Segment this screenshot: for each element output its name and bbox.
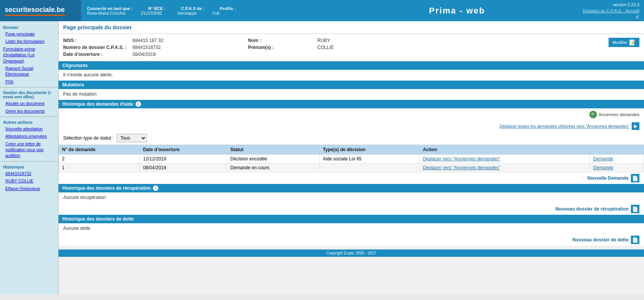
row2-type-decision [320, 163, 420, 172]
profil-value: Full [212, 11, 219, 15]
statut-row: Sélection type de statut : Tous En cours… [59, 131, 644, 145]
sidebar-item-page-principale[interactable]: Page principale [0, 30, 58, 38]
sidebar-item-name[interactable]: RUBY COLLIE [0, 177, 58, 185]
sidebar-item-formulaire-prime[interactable]: Formulaire prime d'installation (Loi Org… [0, 46, 58, 65]
version-text: version 5.22.3 [613, 2, 639, 7]
sidebar-item-creer-lettre[interactable]: Créer une lettre de notification pour un… [0, 140, 58, 160]
mutations-header: Mutations [59, 81, 644, 89]
page-title-bar: Page principale du dossier [59, 21, 644, 34]
recuperation-body: Aucune récupération [59, 192, 644, 203]
row1-date: 12/12/2019 [140, 155, 227, 163]
edit-icon: 📝 [629, 39, 636, 46]
clignotants-body: Il n'existe aucune alerte. [59, 70, 644, 81]
header-right: version 5.22.3 Dossiers du C.P.A.S. - Ac… [578, 0, 644, 21]
date-value: 08/04/2019 [132, 52, 248, 57]
demandes-table: N° de demande Date d'ouverture Statut Ty… [59, 145, 644, 172]
recuperation-note-icon: 📄 [632, 206, 638, 212]
row1-action-link[interactable]: Déplacer vers "Anciennes demandes" [423, 156, 500, 162]
prenom-label: Prénom(s) : [248, 45, 317, 50]
col-type-decision: Type(s) de décision [320, 145, 420, 155]
mutations-message: Pas de mutation [63, 91, 97, 97]
footer: Copyright Enatic 2005 - 2017 [59, 249, 644, 257]
row1-demande-link[interactable]: Demande [593, 156, 613, 162]
footer-text: Copyright Enatic 2005 - 2017 [326, 251, 376, 255]
clignotants-message: Il n'existe aucune alerte. [63, 72, 113, 78]
niss-value: 684415 187 32 [132, 38, 248, 43]
clignotants-title: Clignotants [62, 63, 88, 68]
row2-action-link[interactable]: Déplacer vers "Anciennes demandes" [423, 165, 500, 170]
sidebar-gestion-title: Gestion des documents (+ envoi vers eBox… [0, 89, 58, 100]
logo-text: securitesociale.be [5, 6, 65, 14]
mutations-title: Mutations [62, 82, 84, 88]
page-title: Page principale du dossier [63, 24, 639, 30]
nouvelle-demande-row: Nouvelle Demande 📄 [59, 172, 644, 184]
row2-num: 1 [59, 163, 140, 172]
clignotants-header: Clignotants [59, 61, 644, 70]
accueil-link[interactable]: Dossiers du C.P.A.S. - Accueil [583, 8, 639, 13]
sidebar-item-effacer[interactable]: Effacer l'historique [0, 185, 58, 192]
historique-demandes-title: Historique des demandes d'aide [62, 101, 133, 107]
deplacer-toutes-link[interactable]: Déplacer toutes les demandes clôturées v… [500, 124, 629, 128]
logo-area: securitesociale.be [0, 0, 81, 21]
recuperation-info-icon[interactable]: i [153, 185, 158, 191]
nouveau-recuperation-row: Nouveau dossier de récupération 📄 [59, 203, 644, 215]
sidebar: Dossier Page principale Lister les formu… [0, 21, 59, 294]
profils-label: Profils : [220, 6, 236, 11]
prenom-value: COLLIE [317, 45, 639, 50]
sidebar-dossier-title: Dossier [0, 24, 58, 30]
sidebar-autres-title: Autres actions [0, 118, 58, 125]
nouveau-recuperation-label: Nouveau dossier de récupération [555, 206, 629, 212]
anciennes-label: Anciennes demandes [599, 112, 639, 117]
historique-recuperation-title: Historique des dossiers de récupération [62, 185, 151, 191]
sidebar-item-nouvelle-attestation[interactable]: Nouvelle attestation [0, 125, 58, 133]
table-row: 2 12/12/2019 Décision encodée Aide socia… [59, 155, 644, 163]
modifier-button[interactable]: Modifier 📝 [609, 38, 639, 47]
col-demande [590, 145, 644, 155]
dossier-value: 68441518732 [132, 45, 248, 50]
historique-demandes-info-icon[interactable]: i [136, 101, 141, 107]
search-plus-icon[interactable]: 🔍 [589, 111, 597, 118]
app-title: Prima - web [429, 6, 485, 16]
sidebar-item-niss[interactable]: 68441518732 [0, 170, 58, 177]
main-content: Page principale du dossier NISS : 684415… [59, 21, 644, 294]
cpas-value: Herstappe [178, 11, 197, 15]
recuperation-message: Aucune récupération [63, 195, 106, 200]
note-icon: 📄 [632, 175, 638, 181]
deplacer-arrow-button[interactable]: ▶ [632, 122, 639, 130]
niss-label: NISS : [63, 38, 132, 43]
dette-message: Aucune dette [63, 226, 91, 231]
app-title-area: Prima - web [336, 0, 579, 21]
sidebar-item-lister-formulaires[interactable]: Lister les formulaires [0, 38, 58, 45]
statut-select[interactable]: Tous En cours Clôturé [117, 134, 147, 142]
nouveau-recuperation-button[interactable]: 📄 [631, 205, 639, 213]
historique-recuperation-header: Historique des dossiers de récupération … [59, 184, 644, 192]
sidebar-item-rapport-social[interactable]: Rapport Social Electronique [0, 65, 58, 78]
sidebar-item-piis[interactable]: PIIS [0, 78, 58, 86]
dette-body: Aucune dette [59, 223, 644, 234]
sidebar-item-gerer-documents[interactable]: Gérer les documents [0, 108, 58, 115]
printer-icon[interactable]: 🖨 [635, 14, 639, 19]
nouvelle-demande-button[interactable]: 📄 [631, 174, 639, 182]
user-name: Rosa-Maria Cocchio [87, 11, 126, 15]
cpas-label: C.P.A.S de : [181, 6, 205, 11]
nom-label: Nom : [248, 38, 317, 43]
row1-statut: Décision encodée [227, 155, 320, 163]
row2-date: 08/04/2019 [140, 163, 227, 172]
sidebar-item-attestations-envoyees[interactable]: Attestations envoyées [0, 133, 58, 140]
row2-demande-link[interactable]: Demande [593, 165, 613, 170]
anciennes-btn-area: 🔍 Anciennes demandes [589, 111, 639, 118]
info-section: NISS : 684415 187 32 Nom : RUBY Numéro d… [59, 34, 644, 61]
historique-dette-header: Historique des dossiers de dette [59, 215, 644, 223]
dette-note-icon: 📄 [632, 237, 638, 243]
row2-statut: Demande en cours [227, 163, 320, 172]
row1-num: 2 [59, 155, 140, 163]
connected-label: Connecté en tant que : [87, 6, 133, 11]
col-date-ouverture: Date d'ouverture [140, 145, 227, 155]
date-label: Date d'ouverture : [63, 52, 132, 57]
row1-type-decision: Aide sociale Loi 65 [320, 155, 420, 163]
sidebar-item-ajouter-document[interactable]: Ajouter un document [0, 100, 58, 107]
statut-label: Sélection type de statut : [63, 135, 114, 141]
nom-value: RUBY [317, 38, 639, 43]
historique-dette-title: Historique des dossiers de dette [62, 216, 134, 222]
nouveau-dette-button[interactable]: 📄 [631, 236, 639, 244]
